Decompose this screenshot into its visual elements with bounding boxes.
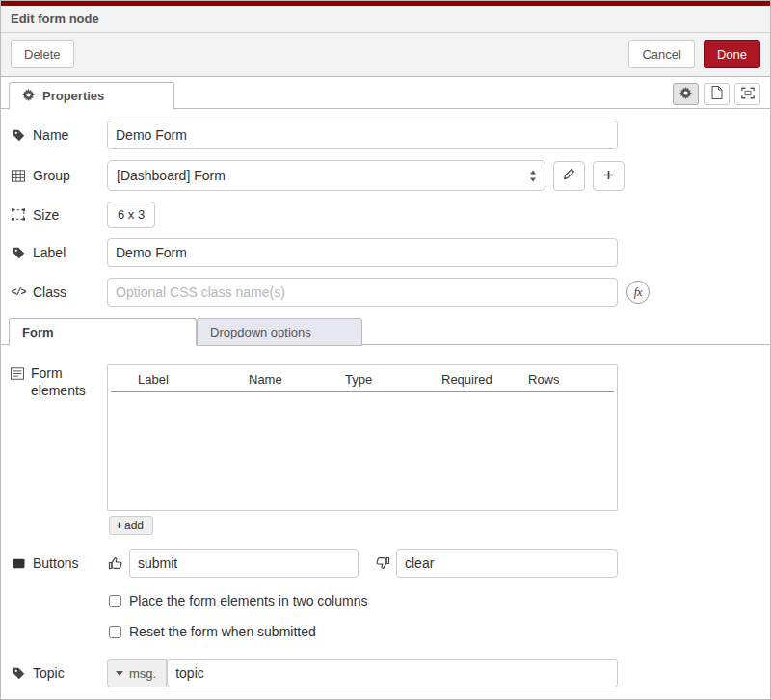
form-icon <box>11 366 24 384</box>
buttons-label-group: Buttons <box>11 555 107 571</box>
two-columns-option: Place the form elements in two columns <box>109 593 760 608</box>
node-description-button[interactable] <box>704 83 730 105</box>
size-row: Size 6 x 3 <box>11 202 760 228</box>
size-button[interactable]: 6 x 3 <box>107 202 155 228</box>
name-label: Name <box>33 127 68 143</box>
reset-option: Reset the form when submitted <box>109 624 760 639</box>
two-columns-checkbox[interactable] <box>109 595 121 607</box>
plus-icon: + <box>116 519 122 532</box>
form-elements-label-group: Form elements <box>11 364 107 399</box>
name-row: Name <box>11 121 760 149</box>
button-icon <box>11 557 26 570</box>
toolbar-right: Cancel Done <box>628 40 760 68</box>
tab-properties-label: Properties <box>42 89 104 103</box>
clear-button-label-input[interactable] <box>396 549 618 578</box>
two-columns-label: Place the form elements in two columns <box>129 593 367 608</box>
topic-input[interactable] <box>167 659 618 687</box>
topic-typed-input: msg. <box>107 659 618 687</box>
name-input[interactable] <box>107 121 618 149</box>
tab-properties[interactable]: Properties <box>9 82 174 110</box>
column-header: Type <box>345 372 441 387</box>
label-input[interactable] <box>107 238 618 267</box>
topic-row: Topic msg. <box>11 659 760 687</box>
dialog-toolbar: Delete Cancel Done <box>1 33 770 77</box>
subtab-dropdown-options[interactable]: Dropdown options <box>197 318 362 346</box>
thumbs-up-icon <box>107 555 124 571</box>
code-icon: </> <box>11 287 26 298</box>
form-elements-row: Form elements Label Name Type Required R… <box>11 364 760 535</box>
topic-type-label: msg. <box>129 666 156 681</box>
column-header: Name <box>249 372 345 387</box>
group-select[interactable]: [Dashboard] Form <box>107 160 545 191</box>
size-label-group: Size <box>11 207 107 223</box>
editor-tab-row: Properties <box>1 81 770 109</box>
tab-row-icons <box>673 83 760 105</box>
add-element-button[interactable]: + add <box>109 516 153 535</box>
add-element-label: add <box>124 519 144 532</box>
form-subtab-row: Form Dropdown options <box>1 317 770 345</box>
resize-icon <box>11 208 26 221</box>
reset-label: Reset the form when submitted <box>129 624 316 639</box>
class-input[interactable] <box>107 278 618 307</box>
submit-button-label-input[interactable] <box>129 549 359 578</box>
pencil-icon <box>563 168 575 183</box>
document-icon <box>711 86 723 102</box>
edit-group-button[interactable] <box>553 161 585 191</box>
class-label-group: </> Class <box>11 284 107 300</box>
topic-label: Topic <box>33 665 65 681</box>
topic-label-group: Topic <box>11 665 107 681</box>
appearance-icon <box>741 87 755 102</box>
column-header: Label <box>138 372 249 387</box>
select-arrows-icon <box>529 170 537 185</box>
form-elements-list[interactable]: Label Name Type Required Rows <box>107 364 618 511</box>
label-label: Label <box>33 245 66 260</box>
reset-checkbox[interactable] <box>109 626 121 638</box>
name-label-group: Name <box>11 127 107 143</box>
tag-icon <box>11 667 26 680</box>
group-row: Group [Dashboard] Form <box>11 160 760 191</box>
form-elements-label: Form elements <box>31 364 107 399</box>
gear-icon <box>679 87 692 102</box>
fx-badge[interactable]: fx <box>626 281 650 304</box>
subtab-form[interactable]: Form <box>9 318 197 346</box>
edit-form-node-dialog: Edit form node Delete Cancel Done Proper… <box>0 0 771 700</box>
subtab-form-label: Form <box>22 325 54 339</box>
group-select-value: [Dashboard] Form <box>117 168 226 183</box>
delete-button[interactable]: Delete <box>11 40 74 68</box>
label-row: Label <box>11 238 760 267</box>
gear-icon <box>22 89 35 104</box>
thumbs-down-icon <box>374 555 391 571</box>
dialog-title: Edit form node <box>1 1 770 33</box>
class-label: Class <box>33 284 66 300</box>
size-label: Size <box>33 207 59 223</box>
label-label-group: Label <box>11 245 107 260</box>
plus-icon <box>603 168 614 183</box>
buttons-row: Buttons <box>11 549 760 578</box>
tag-icon <box>11 247 26 259</box>
cancel-button[interactable]: Cancel <box>628 40 694 68</box>
subtab-dropdown-options-label: Dropdown options <box>210 325 311 339</box>
add-group-button[interactable] <box>593 161 625 191</box>
group-label: Group <box>33 168 70 183</box>
class-row: </> Class fx <box>11 278 760 307</box>
done-button[interactable]: Done <box>704 40 760 68</box>
group-label-group: Group <box>11 168 107 183</box>
buttons-label: Buttons <box>33 555 78 571</box>
properties-content: Name Group [Dashboard] Form <box>1 109 770 307</box>
topic-type-button[interactable]: msg. <box>107 659 167 687</box>
node-settings-button[interactable] <box>673 83 699 105</box>
node-appearance-button[interactable] <box>734 83 760 105</box>
column-header: Rows <box>528 372 604 387</box>
column-header: Required <box>441 372 528 387</box>
form-elements-headers: Label Name Type Required Rows <box>111 365 614 392</box>
table-icon <box>11 170 26 182</box>
tag-icon <box>11 129 26 142</box>
form-elements-editor: Label Name Type Required Rows + add <box>107 364 618 535</box>
chevron-down-icon <box>116 671 123 676</box>
